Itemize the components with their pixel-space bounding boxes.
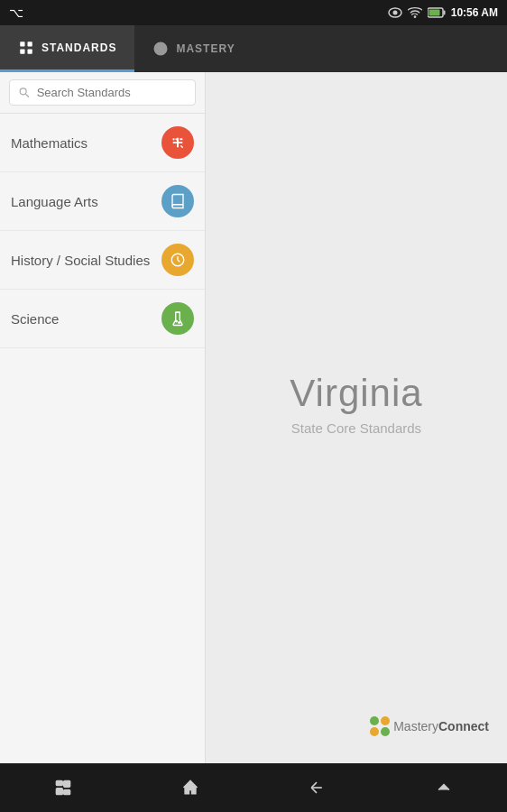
state-info: Virginia State Core Standards [290,90,422,716]
standards-tab-label: STANDARDS [41,42,116,54]
back-icon [308,779,326,797]
menu-button[interactable] [426,770,462,806]
svg-rect-28 [57,781,63,786]
svg-point-27 [179,322,180,324]
tab-standards[interactable]: STANDARDS [0,25,134,72]
history-label: History / Social Studies [11,253,150,268]
main-content: Mathematics Language Arts [0,72,507,763]
mathematics-label: Mathematics [11,135,88,151]
search-input-wrapper[interactable] [9,79,196,106]
mastery-connect-text: MasteryConnect [393,719,489,734]
svg-rect-31 [64,790,70,795]
search-input[interactable] [37,86,186,99]
sidebar-item-language-arts[interactable]: Language Arts [0,172,205,231]
back-button[interactable] [299,770,335,806]
home-button[interactable] [172,770,208,806]
sidebar-item-mathematics[interactable]: Mathematics [0,114,205,172]
standards-tab-icon [18,40,34,56]
mc-dot-orange-2 [370,727,379,736]
tab-mastery[interactable]: MASTERY [134,25,253,72]
svg-rect-6 [28,42,32,46]
sidebar: Mathematics Language Arts [0,72,206,763]
status-bar-left: ⌥ [9,5,23,20]
svg-rect-8 [28,49,32,53]
recents-button[interactable] [45,770,81,806]
svg-point-15 [20,88,26,95]
svg-point-26 [176,320,178,322]
mastery-tab-label: MASTERY [176,42,235,55]
status-bar: ⌥ 10:56 AM [0,0,507,25]
science-label: Science [11,311,59,327]
mathematics-icon [161,126,194,159]
science-icon [161,302,194,335]
state-subtitle: State Core Standards [291,420,421,436]
menu-up-icon [435,779,453,797]
svg-line-19 [181,146,183,148]
search-icon [19,87,30,98]
svg-rect-7 [20,49,24,53]
language-arts-icon [161,185,194,217]
usb-icon: ⌥ [9,5,23,20]
history-icon [161,244,194,276]
app-bar: STANDARDS MASTERY [0,25,507,72]
wifi-icon [408,7,422,18]
bottom-nav [0,763,507,812]
svg-rect-5 [20,42,24,46]
svg-rect-29 [57,789,63,795]
status-bar-right: 10:56 AM [388,6,498,19]
mastery-tab-icon [152,41,169,57]
right-panel: Virginia State Core Standards MasteryCon [206,72,507,763]
svg-rect-4 [443,11,445,15]
eye-icon [388,7,402,18]
time-display: 10:56 AM [451,6,498,19]
svg-rect-30 [64,781,70,788]
mastery-connect-logo: MasteryConnect [370,716,489,736]
svg-rect-3 [429,10,439,16]
svg-point-10 [158,46,163,51]
language-arts-label: Language Arts [11,194,98,209]
home-icon [181,779,199,797]
mc-dot-green-2 [381,727,390,736]
sidebar-item-science[interactable]: Science [0,290,205,348]
mc-dot-green-1 [370,716,379,725]
mc-dot-orange-1 [381,716,390,725]
search-container [0,72,205,114]
svg-point-1 [392,11,397,15]
mc-logo-dots [370,716,390,736]
recents-icon [54,779,72,797]
state-title: Virginia [290,372,422,415]
svg-line-16 [26,94,29,97]
svg-point-20 [172,138,174,140]
sidebar-item-history[interactable]: History / Social Studies [0,231,205,290]
battery-icon [428,7,446,18]
svg-point-21 [175,138,177,140]
